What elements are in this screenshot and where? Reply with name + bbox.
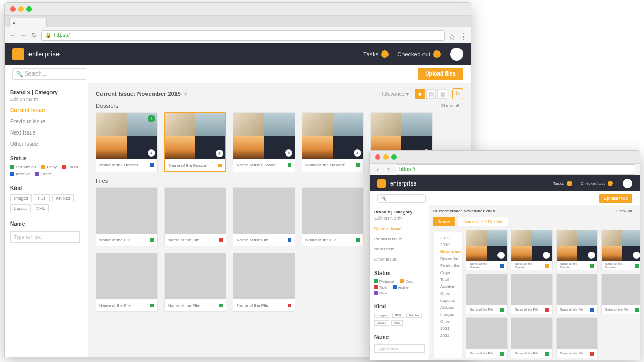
file-card[interactable]: Name of the File: [511, 274, 553, 314]
avatar[interactable]: [623, 179, 632, 188]
upload-button[interactable]: Upload files: [418, 68, 463, 80]
search-input[interactable]: 🔍: [377, 194, 426, 203]
tree-item[interactable]: Layouts: [435, 297, 461, 304]
browser-tabs[interactable]: ●: [5, 16, 471, 27]
menu-icon[interactable]: ⋮: [459, 32, 466, 39]
kind-chip[interactable]: Articles: [406, 313, 422, 318]
tree-item[interactable]: Production: [435, 262, 461, 269]
dossier-card[interactable]: + 4 Name of the Dossier: [96, 112, 158, 172]
tree-item[interactable]: Other: [435, 290, 461, 297]
nav-forward-icon[interactable]: →: [20, 32, 27, 39]
nav-back-icon[interactable]: ←: [9, 32, 17, 39]
kind-chip[interactable]: Layout: [10, 204, 31, 212]
dossier-card[interactable]: 4 Name of the Dossier: [302, 112, 364, 172]
kind-chip[interactable]: Articles: [52, 194, 74, 202]
file-card[interactable]: Name of the File: [466, 274, 508, 314]
file-card[interactable]: Name of the File: [601, 274, 640, 314]
nav-forward-icon[interactable]: ›: [385, 166, 392, 173]
dossier-card[interactable]: Name of the Dossier: [601, 230, 640, 270]
browser-tab[interactable]: ●: [9, 18, 47, 27]
view-list-button[interactable]: ▤: [426, 89, 436, 99]
file-card[interactable]: Name of the File: [164, 187, 226, 246]
kind-chip[interactable]: PDF: [34, 194, 50, 202]
tree-item[interactable]: Copy: [435, 269, 461, 276]
nav-checkedout[interactable]: Checked out: [581, 181, 613, 186]
sidebar-item[interactable]: Other Issue: [374, 257, 425, 262]
status-chip[interactable]: Tooth: [374, 285, 387, 289]
sidebar-item[interactable]: Other Issue: [10, 141, 83, 147]
tree-item[interactable]: November: [435, 248, 461, 255]
tree-item[interactable]: Articles: [435, 304, 461, 311]
kind-chip[interactable]: XML: [33, 204, 49, 212]
show-all-link[interactable]: Show all...: [441, 103, 463, 108]
traffic-lights[interactable]: [370, 151, 402, 164]
file-card[interactable]: Name of the File: [164, 253, 226, 312]
dossier-card[interactable]: Name of the Dossier: [556, 230, 598, 270]
avatar[interactable]: [450, 48, 463, 61]
file-card[interactable]: Name of the File: [302, 187, 364, 246]
tree-item[interactable]: Images: [435, 311, 461, 318]
tree-item[interactable]: 2012: [435, 332, 461, 339]
status-chip[interactable]: Copy: [41, 165, 57, 169]
tree-item[interactable]: December: [435, 255, 461, 262]
status-chip[interactable]: Tooth: [62, 165, 78, 169]
app-logo[interactable]: [12, 48, 24, 60]
upload-button[interactable]: Upload files: [599, 194, 632, 203]
tab[interactable]: Name of the Dossier: [457, 217, 508, 226]
file-card[interactable]: Name of the File: [556, 274, 598, 314]
tree-item[interactable]: 2010: [435, 241, 461, 248]
view-detail-button[interactable]: ▦: [437, 89, 447, 99]
kind-chip[interactable]: Layout: [374, 320, 389, 326]
tab[interactable]: Name: [433, 217, 455, 226]
dossier-card[interactable]: Name of the Dossier: [511, 230, 553, 270]
sidebar-item[interactable]: Next Issue: [374, 247, 425, 252]
filter-input[interactable]: Type to filter...: [10, 231, 80, 243]
kind-chip[interactable]: PDF: [392, 313, 404, 318]
url-field[interactable]: https://: [396, 164, 635, 175]
file-card[interactable]: Name of the File: [233, 187, 295, 246]
traffic-lights[interactable]: [5, 3, 37, 16]
status-chip[interactable]: Production: [10, 165, 36, 169]
file-card[interactable]: Name of the File: [511, 317, 553, 358]
status-chip[interactable]: Archive: [10, 172, 30, 176]
sidebar-item[interactable]: Previous Issue: [374, 237, 425, 241]
sidebar-item[interactable]: Current Issue: [374, 226, 425, 231]
add-icon[interactable]: +: [148, 115, 155, 122]
kind-chip[interactable]: Images: [374, 313, 390, 318]
nav-tasks[interactable]: Tasks: [363, 50, 389, 58]
chevron-down-icon[interactable]: ▾: [184, 91, 187, 98]
sort-dropdown[interactable]: Relevance ▾: [379, 91, 409, 97]
app-logo[interactable]: [377, 179, 386, 188]
nav-back-icon[interactable]: ‹: [374, 166, 382, 173]
dossier-card[interactable]: 4 Name of the Dossier: [233, 112, 295, 172]
breadcrumb[interactable]: Brand x | Category: [374, 210, 425, 215]
status-chip[interactable]: Production: [374, 279, 395, 283]
tree-item[interactable]: Other: [435, 318, 461, 325]
tree-item[interactable]: Archive: [435, 283, 461, 290]
tree-item[interactable]: 2009: [435, 234, 461, 241]
refresh-button[interactable]: ↻: [452, 88, 463, 99]
show-all-link[interactable]: Show all...: [616, 209, 635, 213]
filter-input[interactable]: Type to filter...: [374, 344, 425, 353]
file-card[interactable]: Name of the File: [466, 317, 508, 358]
search-input[interactable]: 🔍 Search...: [12, 68, 87, 80]
status-chip[interactable]: Other: [374, 291, 387, 295]
kind-chip[interactable]: Images: [10, 194, 32, 202]
sidebar-item[interactable]: Next Issue: [10, 130, 83, 136]
nav-tasks[interactable]: Tasks: [553, 181, 572, 186]
breadcrumb[interactable]: Brand x | Category: [10, 90, 83, 95]
url-field[interactable]: 🔒 https://: [41, 30, 445, 41]
dossier-card[interactable]: Name of the Dossier: [466, 230, 508, 270]
file-card[interactable]: Name of the File: [233, 253, 295, 312]
view-grid-button[interactable]: ■: [415, 89, 425, 99]
file-card[interactable]: Name of the File: [96, 187, 158, 246]
tree-item[interactable]: Tooth: [435, 276, 461, 283]
status-chip[interactable]: Copy: [400, 279, 413, 283]
dossier-card[interactable]: 4 Name of the Dossier: [164, 112, 226, 172]
status-chip[interactable]: Archive: [393, 285, 409, 289]
nav-checkedout[interactable]: Checked out: [397, 50, 441, 58]
tree-item[interactable]: 2011: [435, 325, 461, 332]
file-card[interactable]: Name of the File: [96, 253, 158, 312]
star-icon[interactable]: ☆: [448, 32, 456, 39]
kind-chip[interactable]: XML: [391, 320, 403, 326]
